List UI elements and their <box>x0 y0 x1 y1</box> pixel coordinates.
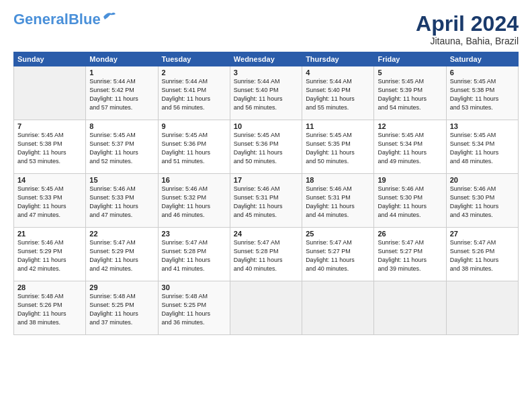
day-info: Sunrise: 5:44 AM Sunset: 5:42 PM Dayligh… <box>89 77 154 112</box>
day-number: 2 <box>162 68 226 77</box>
day-cell <box>446 281 518 335</box>
day-info: Sunrise: 5:44 AM Sunset: 5:41 PM Dayligh… <box>162 77 226 112</box>
day-number: 19 <box>378 176 442 184</box>
day-info: Sunrise: 5:44 AM Sunset: 5:40 PM Dayligh… <box>234 77 298 112</box>
day-number: 11 <box>306 122 370 130</box>
day-cell: 23Sunrise: 5:47 AM Sunset: 5:28 PM Dayli… <box>158 228 230 281</box>
day-number: 8 <box>89 122 154 130</box>
col-wednesday: Wednesday <box>230 52 302 66</box>
day-cell: 10Sunrise: 5:45 AM Sunset: 5:36 PM Dayli… <box>230 120 302 174</box>
day-cell: 25Sunrise: 5:47 AM Sunset: 5:27 PM Dayli… <box>302 228 374 281</box>
day-cell: 26Sunrise: 5:47 AM Sunset: 5:27 PM Dayli… <box>374 228 446 281</box>
day-info: Sunrise: 5:47 AM Sunset: 5:26 PM Dayligh… <box>450 238 515 273</box>
day-info: Sunrise: 5:46 AM Sunset: 5:33 PM Dayligh… <box>89 185 154 220</box>
day-number: 18 <box>306 176 370 184</box>
col-sunday: Sunday <box>14 52 86 66</box>
day-info: Sunrise: 5:45 AM Sunset: 5:38 PM Dayligh… <box>17 131 82 166</box>
day-info: Sunrise: 5:45 AM Sunset: 5:34 PM Dayligh… <box>450 131 515 166</box>
day-number: 9 <box>162 122 226 130</box>
day-info: Sunrise: 5:48 AM Sunset: 5:25 PM Dayligh… <box>162 292 226 327</box>
day-number: 28 <box>17 283 82 291</box>
day-cell <box>14 66 86 120</box>
day-info: Sunrise: 5:47 AM Sunset: 5:28 PM Dayligh… <box>162 238 226 273</box>
col-tuesday: Tuesday <box>158 52 230 66</box>
week-row-2: 7Sunrise: 5:45 AM Sunset: 5:38 PM Daylig… <box>14 120 519 174</box>
day-cell: 9Sunrise: 5:45 AM Sunset: 5:36 PM Daylig… <box>158 120 230 174</box>
month-title: April 2024 <box>416 12 519 36</box>
day-info: Sunrise: 5:47 AM Sunset: 5:27 PM Dayligh… <box>378 238 442 273</box>
col-friday: Friday <box>374 52 446 66</box>
page-header: GeneralBlue April 2024 Jitauna, Bahia, B… <box>13 12 519 46</box>
col-saturday: Saturday <box>446 52 518 66</box>
day-number: 16 <box>162 176 226 184</box>
day-cell: 19Sunrise: 5:46 AM Sunset: 5:30 PM Dayli… <box>374 174 446 228</box>
day-info: Sunrise: 5:45 AM Sunset: 5:33 PM Dayligh… <box>17 185 82 220</box>
day-cell: 5Sunrise: 5:45 AM Sunset: 5:39 PM Daylig… <box>374 66 446 120</box>
day-number: 25 <box>306 230 370 238</box>
day-number: 4 <box>306 68 370 77</box>
day-info: Sunrise: 5:46 AM Sunset: 5:29 PM Dayligh… <box>17 238 82 273</box>
day-number: 30 <box>162 283 226 291</box>
week-row-5: 28Sunrise: 5:48 AM Sunset: 5:26 PM Dayli… <box>14 281 519 335</box>
day-cell: 27Sunrise: 5:47 AM Sunset: 5:26 PM Dayli… <box>446 228 518 281</box>
day-cell: 15Sunrise: 5:46 AM Sunset: 5:33 PM Dayli… <box>86 174 158 228</box>
day-number: 24 <box>234 230 298 238</box>
day-number: 20 <box>450 176 515 184</box>
day-cell <box>374 281 446 335</box>
day-cell: 20Sunrise: 5:46 AM Sunset: 5:30 PM Dayli… <box>446 174 518 228</box>
day-info: Sunrise: 5:46 AM Sunset: 5:31 PM Dayligh… <box>234 185 298 220</box>
day-number: 22 <box>89 230 154 238</box>
title-block: April 2024 Jitauna, Bahia, Brazil <box>416 12 519 46</box>
day-info: Sunrise: 5:46 AM Sunset: 5:32 PM Dayligh… <box>162 185 226 220</box>
day-cell: 8Sunrise: 5:45 AM Sunset: 5:37 PM Daylig… <box>86 120 158 174</box>
week-row-4: 21Sunrise: 5:46 AM Sunset: 5:29 PM Dayli… <box>14 228 519 281</box>
day-number: 23 <box>162 230 226 238</box>
day-number: 15 <box>89 176 154 184</box>
day-info: Sunrise: 5:45 AM Sunset: 5:36 PM Dayligh… <box>162 131 226 166</box>
day-number: 13 <box>450 122 515 130</box>
day-info: Sunrise: 5:46 AM Sunset: 5:31 PM Dayligh… <box>306 185 370 220</box>
day-info: Sunrise: 5:47 AM Sunset: 5:27 PM Dayligh… <box>306 238 370 273</box>
day-cell: 7Sunrise: 5:45 AM Sunset: 5:38 PM Daylig… <box>14 120 86 174</box>
day-cell: 1Sunrise: 5:44 AM Sunset: 5:42 PM Daylig… <box>86 66 158 120</box>
day-number: 5 <box>378 68 442 77</box>
header-row: Sunday Monday Tuesday Wednesday Thursday… <box>14 52 519 66</box>
day-info: Sunrise: 5:46 AM Sunset: 5:30 PM Dayligh… <box>450 185 515 220</box>
day-number: 3 <box>234 68 298 77</box>
day-number: 29 <box>89 283 154 291</box>
day-cell: 22Sunrise: 5:47 AM Sunset: 5:29 PM Dayli… <box>86 228 158 281</box>
day-cell: 24Sunrise: 5:47 AM Sunset: 5:28 PM Dayli… <box>230 228 302 281</box>
day-info: Sunrise: 5:47 AM Sunset: 5:28 PM Dayligh… <box>234 238 298 273</box>
day-number: 21 <box>17 230 82 238</box>
day-cell: 28Sunrise: 5:48 AM Sunset: 5:26 PM Dayli… <box>14 281 86 335</box>
day-info: Sunrise: 5:45 AM Sunset: 5:34 PM Dayligh… <box>378 131 442 166</box>
day-cell: 6Sunrise: 5:45 AM Sunset: 5:38 PM Daylig… <box>446 66 518 120</box>
day-cell: 17Sunrise: 5:46 AM Sunset: 5:31 PM Dayli… <box>230 174 302 228</box>
day-cell: 21Sunrise: 5:46 AM Sunset: 5:29 PM Dayli… <box>14 228 86 281</box>
day-info: Sunrise: 5:48 AM Sunset: 5:26 PM Dayligh… <box>17 292 82 327</box>
day-number: 6 <box>450 68 515 77</box>
day-info: Sunrise: 5:46 AM Sunset: 5:30 PM Dayligh… <box>378 185 442 220</box>
day-number: 12 <box>378 122 442 130</box>
day-info: Sunrise: 5:45 AM Sunset: 5:37 PM Dayligh… <box>89 131 154 166</box>
day-info: Sunrise: 5:45 AM Sunset: 5:38 PM Dayligh… <box>450 77 515 112</box>
day-number: 14 <box>17 176 82 184</box>
day-cell: 12Sunrise: 5:45 AM Sunset: 5:34 PM Dayli… <box>374 120 446 174</box>
day-cell: 14Sunrise: 5:45 AM Sunset: 5:33 PM Dayli… <box>14 174 86 228</box>
day-cell: 3Sunrise: 5:44 AM Sunset: 5:40 PM Daylig… <box>230 66 302 120</box>
day-cell: 18Sunrise: 5:46 AM Sunset: 5:31 PM Dayli… <box>302 174 374 228</box>
logo: GeneralBlue <box>13 12 117 27</box>
day-number: 27 <box>450 230 515 238</box>
logo-bird-icon <box>102 10 117 22</box>
calendar-table: Sunday Monday Tuesday Wednesday Thursday… <box>13 52 519 335</box>
logo-general: General <box>13 11 69 28</box>
day-info: Sunrise: 5:45 AM Sunset: 5:36 PM Dayligh… <box>234 131 298 166</box>
week-row-1: 1Sunrise: 5:44 AM Sunset: 5:42 PM Daylig… <box>14 66 519 120</box>
day-cell <box>230 281 302 335</box>
day-cell: 13Sunrise: 5:45 AM Sunset: 5:34 PM Dayli… <box>446 120 518 174</box>
day-cell: 29Sunrise: 5:48 AM Sunset: 5:25 PM Dayli… <box>86 281 158 335</box>
logo-text: GeneralBlue <box>13 12 101 27</box>
logo-blue: Blue <box>69 11 101 28</box>
day-info: Sunrise: 5:47 AM Sunset: 5:29 PM Dayligh… <box>89 238 154 273</box>
day-number: 17 <box>234 176 298 184</box>
